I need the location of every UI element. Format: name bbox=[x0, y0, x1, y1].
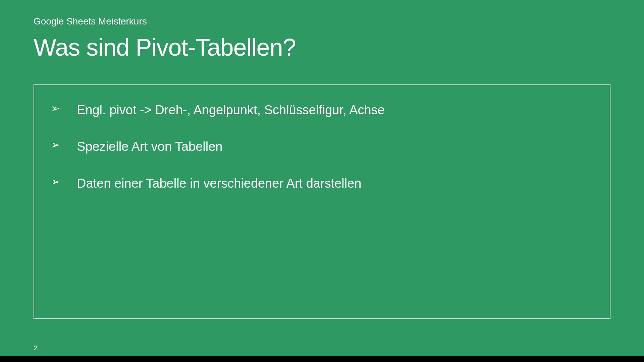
bullet-text: Spezielle Art von Tabellen bbox=[77, 138, 222, 155]
slide-container: Google Sheets Meisterkurs Was sind Pivot… bbox=[0, 0, 644, 362]
bottom-bar bbox=[0, 356, 644, 362]
list-item: ➢ Daten einer Tabelle in verschiedener A… bbox=[48, 175, 596, 192]
slide-subtitle: Google Sheets Meisterkurs bbox=[34, 16, 610, 27]
chevron-right-icon: ➢ bbox=[51, 138, 60, 151]
bullet-list: ➢ Engl. pivot -> Dreh-, Angelpunkt, Schl… bbox=[48, 102, 596, 192]
chevron-right-icon: ➢ bbox=[51, 175, 60, 188]
list-item: ➢ Engl. pivot -> Dreh-, Angelpunkt, Schl… bbox=[48, 102, 596, 118]
bullet-text: Daten einer Tabelle in verschiedener Art… bbox=[77, 175, 361, 192]
slide-title: Was sind Pivot-Tabellen? bbox=[34, 34, 610, 61]
list-item: ➢ Spezielle Art von Tabellen bbox=[48, 138, 596, 155]
bullet-text: Engl. pivot -> Dreh-, Angelpunkt, Schlüs… bbox=[77, 102, 385, 118]
content-box: ➢ Engl. pivot -> Dreh-, Angelpunkt, Schl… bbox=[34, 84, 610, 319]
page-number: 2 bbox=[34, 344, 37, 352]
chevron-right-icon: ➢ bbox=[51, 102, 60, 115]
